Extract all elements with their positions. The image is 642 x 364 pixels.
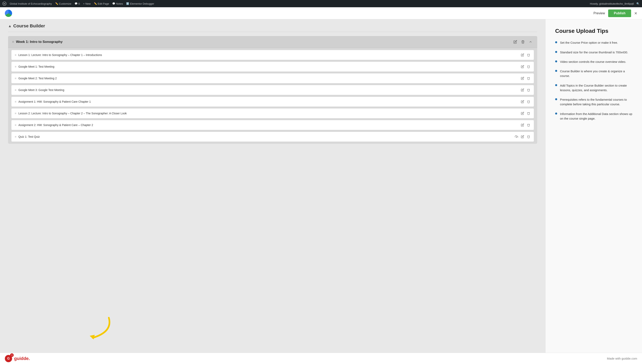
tip-bullet-icon [555, 41, 557, 43]
close-button[interactable]: × [634, 11, 637, 16]
tip-item: Information from the Additional Data sec… [555, 112, 632, 121]
week-edit-button[interactable] [513, 39, 518, 44]
admin-bar-right: Howdy, globalinstituteofecho_8m6pq6 🔍 [590, 2, 639, 5]
tip-text: Video section controls the course overvi… [560, 60, 626, 64]
lesson-delete-button[interactable] [527, 111, 531, 115]
lesson-edit-button[interactable] [520, 111, 524, 115]
course-builder-header: ▲ Course Builder [8, 23, 537, 32]
tip-bullet-icon [555, 84, 557, 86]
top-bar: Preview Publish × [0, 7, 642, 19]
tip-text: Add Topics in the Course Builder section… [560, 83, 632, 92]
admin-bar-customize[interactable]: ✏️ Customize [55, 2, 71, 5]
tip-text: Information from the Additional Data sec… [560, 112, 632, 121]
tip-item: Add Topics in the Course Builder section… [555, 83, 632, 92]
lesson-drag-handle-icon[interactable]: ≡ [15, 88, 16, 92]
lesson-edit-button[interactable] [520, 53, 524, 57]
collapse-arrow-icon[interactable]: ▲ [8, 24, 12, 28]
tips-title: Course Upload Tips [555, 28, 632, 35]
tip-item: Prerequisites refers to the fundamental … [555, 97, 632, 107]
lesson-delete-button[interactable] [527, 65, 531, 69]
lesson-drag-handle-icon[interactable]: ≡ [15, 135, 16, 138]
admin-bar-new[interactable]: + New [83, 2, 91, 5]
week-container: ≡ Week 1: Intro to Sonography [8, 36, 537, 144]
app-logo [5, 10, 12, 17]
lesson-item: ≡ Google Meet 2: Test Meeting 2 [11, 73, 534, 83]
tip-text: Prerequisites refers to the fundamental … [560, 97, 632, 107]
left-panel: ▲ Course Builder ≡ Week 1: Intro to Sono… [0, 19, 545, 364]
tip-text: Set the Course Price option or make it f… [560, 40, 618, 45]
tip-bullet-icon [555, 60, 557, 62]
lesson-delete-button[interactable] [527, 53, 531, 57]
tip-bullet-icon [555, 98, 557, 100]
lesson-drag-handle-icon[interactable]: ≡ [15, 100, 16, 103]
tip-text: Standard size for the course thumbnail i… [560, 50, 628, 54]
lesson-actions [520, 53, 531, 57]
lesson-drag-handle-icon[interactable]: ≡ [15, 65, 16, 68]
bottom-right: Made with guidde.com [607, 357, 637, 360]
lesson-delete-button[interactable] [527, 135, 531, 139]
svg-text:W: W [4, 2, 6, 5]
lesson-title: Assignment 1: HW: Sonography & Patient C… [18, 100, 520, 103]
lesson-drag-handle-icon[interactable]: ≡ [15, 77, 16, 80]
lesson-drag-handle-icon[interactable]: ≡ [15, 112, 16, 115]
tip-bullet-icon [555, 112, 557, 114]
lesson-edit-button[interactable] [520, 88, 524, 92]
tip-item: Set the Course Price option or make it f… [555, 40, 632, 45]
tip-bullet-icon [555, 51, 557, 53]
top-bar-right: Preview Publish × [593, 10, 637, 17]
lesson-list: ≡ Lesson 1: Lecture: Intro to Sonography… [8, 48, 537, 144]
guidde-badge: G 3 [5, 355, 12, 362]
lesson-item: ≡ Lesson 2: Lecture: Intro to Sonography… [11, 108, 534, 118]
week-actions [513, 39, 533, 44]
lesson-title: Google Meet 3: Google Test Meeting [18, 88, 520, 92]
lesson-delete-button[interactable] [527, 76, 531, 80]
week-drag-handle-icon[interactable]: ≡ [12, 40, 14, 44]
lesson-title: Assignment 2: HW: Sonography & Patient C… [18, 124, 520, 127]
admin-bar: W Global Institute of Echocardiography ✏… [0, 0, 642, 7]
lesson-edit-button[interactable] [520, 100, 524, 104]
lesson-item: ≡ Quiz 1: Test Quiz [11, 132, 534, 142]
lesson-drag-handle-icon[interactable]: ≡ [15, 53, 16, 56]
admin-bar-wp-logo[interactable]: W [3, 2, 7, 6]
week-header: ≡ Week 1: Intro to Sonography [8, 36, 537, 48]
admin-bar-site-name[interactable]: Global Institute of Echocardiography [10, 2, 52, 5]
lesson-edit-button[interactable] [520, 123, 524, 127]
lesson-title: Quiz 1: Test Quiz [18, 135, 514, 138]
guidde-badge-count: 3 [10, 353, 14, 357]
tip-item: Video section controls the course overvi… [555, 60, 632, 64]
week-collapse-button[interactable] [528, 39, 533, 44]
lesson-drag-handle-icon[interactable]: ≡ [15, 124, 16, 127]
lesson-delete-button[interactable] [527, 88, 531, 92]
lesson-title: Lesson 2: Lecture: Intro to Sonography –… [18, 112, 520, 115]
tip-text: Course Builder is where you create & org… [560, 69, 632, 78]
lesson-item: ≡ Google Meet 3: Google Test Meeting [11, 85, 534, 95]
admin-bar-elementor-debugger[interactable]: ℹ️ Elementor Debugger [126, 2, 154, 5]
lesson-actions [514, 135, 531, 139]
lesson-edit-button[interactable] [520, 76, 524, 80]
lesson-actions [520, 65, 531, 69]
publish-button[interactable]: Publish [608, 10, 631, 17]
lesson-delete-button[interactable] [527, 123, 531, 127]
tips-list: Set the Course Price option or make it f… [555, 40, 632, 121]
lesson-edit-button[interactable] [520, 65, 524, 69]
preview-button[interactable]: Preview [593, 12, 605, 15]
right-panel: Course Upload Tips Set the Course Price … [545, 19, 642, 364]
lesson-actions [520, 123, 531, 127]
lesson-title: Google Meet 1: Test Meeting [18, 65, 520, 68]
lesson-item: ≡ Assignment 2: HW: Sonography & Patient… [11, 120, 534, 130]
search-icon[interactable]: 🔍 [636, 2, 639, 5]
admin-bar-comments[interactable]: 💬 0 [75, 2, 80, 5]
course-builder-title: Course Builder [13, 23, 45, 28]
logo-area [5, 10, 12, 17]
lesson-actions [520, 111, 531, 115]
admin-bar-edit-page[interactable]: ✏️ Edit Page [94, 2, 109, 5]
lesson-upload-button[interactable] [514, 135, 518, 139]
lesson-item: ≡ Assignment 1: HW: Sonography & Patient… [11, 97, 534, 107]
bottom-bar: G 3 guidde. Made with guidde.com [0, 353, 642, 364]
main-layout: ▲ Course Builder ≡ Week 1: Intro to Sono… [0, 19, 642, 364]
tip-bullet-icon [555, 70, 557, 72]
week-delete-button[interactable] [520, 39, 525, 44]
admin-bar-notes[interactable]: 💬 Notes [112, 2, 123, 5]
lesson-edit-button[interactable] [520, 135, 524, 139]
lesson-delete-button[interactable] [527, 100, 531, 104]
